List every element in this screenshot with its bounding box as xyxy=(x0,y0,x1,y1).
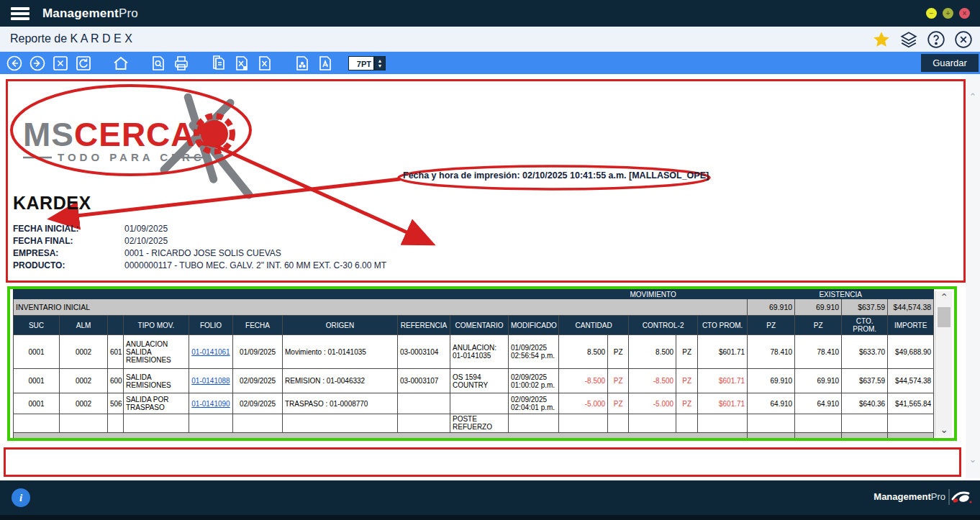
page-scroll-down-icon[interactable]: ⌄ xyxy=(967,454,979,465)
brand-light: Pro xyxy=(119,6,138,20)
print-icon[interactable] xyxy=(173,55,190,72)
final-pz1: 65.828 xyxy=(748,433,795,442)
inicial-pz2: 69.910 xyxy=(795,299,842,316)
font-document-icon[interactable] xyxy=(317,55,334,72)
export-data-icon[interactable] xyxy=(294,55,311,72)
col-pz2[interactable]: PZ xyxy=(795,316,842,335)
col-tipo-mov[interactable]: TIPO MOV. xyxy=(124,316,189,335)
report-fields: FECHA INICIAL:01/09/2025 FECHA FINAL:02/… xyxy=(13,224,386,273)
scroll-down-icon[interactable]: ⌄ xyxy=(935,424,953,437)
forward-icon[interactable] xyxy=(29,55,46,72)
col-fecha[interactable]: FECHA xyxy=(233,316,283,335)
col-cto-prom[interactable]: CTO PROM. xyxy=(698,316,748,335)
page-title: Reporte de K A R D E X xyxy=(10,32,132,45)
field-value: 02/10/2025 xyxy=(124,236,168,246)
copy-document-icon[interactable] xyxy=(210,55,227,72)
close-window-button[interactable]: × xyxy=(959,8,970,19)
font-size-control: ▲▼ xyxy=(348,56,386,70)
group-existencia: EXISTENCIA xyxy=(748,290,934,299)
table-row: 0001 0002 600 SALIDA REMISIONES 01-01410… xyxy=(14,369,934,393)
page-scroll-up-icon[interactable]: ⌃ xyxy=(967,91,979,103)
refresh-icon[interactable] xyxy=(75,55,92,72)
app-top-bar: ManagementPro − + × xyxy=(0,0,980,27)
table-vertical-scrollbar[interactable]: ⌃ ⌄ xyxy=(935,291,952,437)
favorite-star-icon[interactable] xyxy=(872,30,891,49)
table-row: 0001 0002 506 SALIDA POR TRASPASO 01-014… xyxy=(14,393,934,414)
col-importe[interactable]: IMPORTE xyxy=(888,316,934,335)
col-cantidad[interactable]: CANTIDAD xyxy=(559,316,629,335)
inicial-pz1: 69.910 xyxy=(748,299,795,316)
inicial-cto-prom: $637.59 xyxy=(842,299,888,316)
close-report-icon[interactable] xyxy=(954,30,973,49)
col-alm[interactable]: ALM xyxy=(60,316,108,335)
page-scrollbar[interactable]: ⌃ ⌄ xyxy=(966,74,980,478)
font-size-stepper[interactable]: ▲▼ xyxy=(374,56,386,70)
col-comentario[interactable]: COMENTARIO xyxy=(450,316,509,335)
field-value: 01/09/2025 xyxy=(124,224,168,234)
scrollbar-thumb[interactable] xyxy=(938,307,950,327)
app-footer: i ManagementPro xyxy=(0,480,980,520)
minimize-button[interactable]: − xyxy=(926,8,937,19)
field-value: 0001 - RICARDO JOSE SOLIS CUEVAS xyxy=(124,248,281,258)
inicial-importe: $44,574.38 xyxy=(888,299,934,316)
table-header-row: SUC ALM TIPO MOV. FOLIO FECHA ORIGEN REF… xyxy=(14,316,934,335)
back-icon[interactable] xyxy=(6,55,23,72)
report-toolbar: ▲▼ xyxy=(0,52,980,74)
layers-icon[interactable] xyxy=(899,30,918,49)
font-size-input[interactable] xyxy=(348,56,374,70)
footer-brand: ManagementPro xyxy=(874,491,945,502)
print-timestamp: Fecha y hora de impresión: 02/10/2025 10… xyxy=(403,170,709,181)
col-cto-prom2[interactable]: CTO. PROM. xyxy=(842,316,888,335)
brand-bold: Management xyxy=(42,6,119,20)
final-cto-prom: $638.75 xyxy=(842,433,888,442)
col-control2[interactable]: CONTROL-2 xyxy=(629,316,698,335)
col-pz1[interactable]: PZ xyxy=(748,316,795,335)
inventario-final-row: INVENTARIO FINAL : 49 65.828 65.828 $638… xyxy=(14,433,934,442)
field-label: PRODUCTO: xyxy=(13,260,124,270)
hamburger-menu-icon[interactable] xyxy=(11,7,30,20)
excel-document-icon[interactable] xyxy=(256,55,273,72)
preview-icon[interactable] xyxy=(150,55,167,72)
group-movimiento: MOVIMIENTO xyxy=(559,290,748,299)
help-icon[interactable] xyxy=(927,30,945,49)
folio-link[interactable]: 01-0141088 xyxy=(191,377,230,385)
field-label: FECHA FINAL: xyxy=(13,236,124,246)
folio-link[interactable]: 01-0141061 xyxy=(191,348,230,356)
inventario-inicial-row: INVENTARIO INICIAL 69.910 69.910 $637.59… xyxy=(14,299,934,316)
col-code[interactable] xyxy=(108,316,124,335)
stepper-down-icon[interactable]: ▼ xyxy=(378,63,383,68)
inventario-final-label: INVENTARIO FINAL : 49 xyxy=(14,433,748,442)
footer-logo-icon xyxy=(948,488,973,506)
save-button[interactable]: Guardar xyxy=(921,54,979,72)
report-canvas: MSCERCAS TODO PARA CERCAR Fecha y hora d… xyxy=(0,74,980,480)
folio-link[interactable]: 01-0141090 xyxy=(191,400,230,408)
table-row: 0001 0002 601 ANULACION SALIDA REMISIONE… xyxy=(14,335,934,369)
col-modificado[interactable]: MODIFICADO xyxy=(509,316,559,335)
table-group-header-row: MOVIMIENTO EXISTENCIA xyxy=(14,290,934,299)
col-referencia[interactable]: REFERENCIA xyxy=(398,316,450,335)
inventario-inicial-label: INVENTARIO INICIAL xyxy=(14,299,748,316)
scroll-up-icon[interactable]: ⌃ xyxy=(935,291,953,304)
final-importe: $42,047.72 xyxy=(888,433,934,442)
field-label: FECHA INICIAL: xyxy=(13,224,124,234)
export-excel-icon[interactable] xyxy=(233,55,250,72)
table-row: POSTE REFUERZO xyxy=(14,414,934,433)
field-label: EMPRESA: xyxy=(13,248,124,258)
app-brand: ManagementPro xyxy=(42,6,138,21)
home-icon[interactable] xyxy=(112,55,130,72)
report-title-bar: Reporte de K A R D E X xyxy=(0,27,980,52)
col-origen[interactable]: ORIGEN xyxy=(283,316,398,335)
col-folio[interactable]: FOLIO xyxy=(189,316,233,335)
info-icon[interactable]: i xyxy=(12,488,30,507)
report-heading: KARDEX xyxy=(13,193,91,214)
col-suc[interactable]: SUC xyxy=(14,316,60,335)
kardex-table-annotation-box: MOVIMIENTO EXISTENCIA INVENTARIO INICIAL… xyxy=(7,286,957,441)
window-controls: − + × xyxy=(926,8,970,19)
stop-icon[interactable] xyxy=(52,55,69,72)
stepper-up-icon[interactable]: ▲ xyxy=(378,58,383,63)
maximize-button[interactable]: + xyxy=(943,8,953,19)
field-value: 0000000117 - TUBO MEC. GALV. 2" INT. 60 … xyxy=(124,260,386,270)
kardex-table: MOVIMIENTO EXISTENCIA INVENTARIO INICIAL… xyxy=(13,289,934,441)
footer-annotation-box xyxy=(4,447,961,477)
final-pz2: 65.828 xyxy=(795,433,842,442)
